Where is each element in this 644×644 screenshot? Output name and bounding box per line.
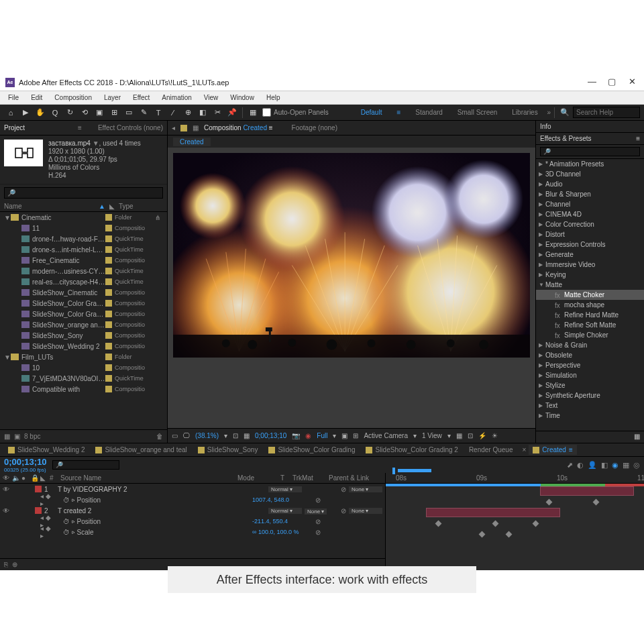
effect-item[interactable]: ▶Channel [536,199,644,209]
project-menu-icon[interactable]: ≡ [78,124,82,131]
effects-panel-title[interactable]: Effects & Presets [540,135,592,142]
effect-item[interactable]: ▶Generate [536,250,644,260]
search-help-input[interactable] [573,107,640,118]
home-icon[interactable]: ⌂ [4,107,17,119]
hand-tool-icon[interactable]: ✋ [34,107,47,119]
project-list[interactable]: ▼CinematicFolder⋔11Compositiodrone-f…hwa… [0,212,167,429]
effect-item[interactable]: ▶Color Correction [536,219,644,229]
channel-icon[interactable]: ◉ [305,432,311,439]
project-item[interactable]: Compatible withCompositio [0,384,167,394]
selection-tool-icon[interactable]: ▶ [19,107,32,119]
trash-icon[interactable]: 🗑 [156,433,163,440]
effect-item[interactable]: ▶Blur & Sharpen [536,189,644,199]
timeline-tab[interactable]: SlideShow_Sony [194,445,262,455]
timeline-tab[interactable]: Created ≡ [529,445,576,455]
project-item[interactable]: drone-f…hway-road-FSZSL3V.movQuickTime [0,233,167,244]
workspace-libraries[interactable]: Libraries [508,107,541,117]
comp-mini-icon[interactable]: ⬈ [567,461,573,470]
timeline-tab[interactable]: SlideShow_orange and teal [91,445,191,455]
search-icon[interactable]: 🔍 [558,107,572,119]
effect-item[interactable]: ▶Synthetic Aperture [536,390,644,400]
toggle-switches-icon[interactable]: ⎘ [4,561,8,568]
layer-bar[interactable] [426,508,560,517]
motion-blur-icon[interactable]: ◉ [612,461,619,470]
text-tool-icon[interactable]: T [152,107,165,119]
workspace-small-screen[interactable]: Small Screen [453,107,501,117]
project-item[interactable]: ▼CinematicFolder⋔ [0,212,167,223]
timeline-layer[interactable]: 👁1T by VIDEOGRAPHY 2Normal ▾⊘None ▾ [0,484,385,494]
project-item[interactable]: SlideShow_SonyCompositio [0,330,167,341]
playhead-icon[interactable] [392,468,395,474]
pan-behind-tool-icon[interactable]: ⊞ [107,107,121,119]
effects-search-input[interactable] [540,147,640,156]
menu-animation[interactable]: Animation [156,93,197,103]
project-item[interactable]: SlideShow_Wedding 2Compositio [0,341,167,352]
effect-item[interactable]: fxSimple Choker [536,330,644,340]
project-item[interactable]: 7_VjEtMDA3NV80aOI84Ng.movQuickTime [0,373,167,384]
rotate-tool-icon[interactable]: ⟲ [78,107,91,119]
timeline-layer[interactable]: ◂ ◆ ▸⏱ ▷ Scale∞ 100.0, 100.0 %⊘ [0,527,385,537]
menu-window[interactable]: Window [225,93,260,103]
layer-icon[interactable]: ▦ [193,124,199,131]
effects-list[interactable]: ▶* Animation Presets▶3D Channel▶Audio▶Bl… [536,159,644,431]
keyframe-icon[interactable] [533,521,539,527]
camera-tool-icon[interactable]: ▣ [93,107,106,119]
region-icon[interactable]: ▣ [341,432,347,439]
project-item[interactable]: SlideShow_CinematicCompositio [0,287,167,298]
shy-icon[interactable]: 👤 [588,461,597,470]
timeline-layer[interactable]: ◂ ◆ ▸⏱ ▷ Position1007.4, 548.0⊘ [0,494,385,505]
layer-bar[interactable] [540,486,634,496]
project-item[interactable]: Free_CinematicCompositio [0,255,167,266]
effect-item[interactable]: ▶Noise & Grain [536,340,644,350]
pixel-icon[interactable]: ⊡ [468,432,473,439]
fast-icon[interactable]: ⚡ [478,432,486,439]
orbit-tool-icon[interactable]: ↻ [63,107,76,119]
keyframe-icon[interactable] [506,531,513,538]
auto-open-checkbox[interactable] [262,108,271,117]
trkmat-col[interactable]: TrkMat [292,474,326,482]
composition-viewport[interactable] [168,148,535,428]
source-name-col[interactable]: Source Name [60,474,235,482]
keyframe-icon[interactable] [492,521,499,527]
effect-item[interactable]: fxmocha shape [536,300,644,310]
minimize-button[interactable]: — [588,78,596,87]
project-item[interactable]: SlideShow_Color GradingCompositio [0,298,167,309]
effect-item[interactable]: ▶Simulation [536,370,644,380]
effect-item[interactable]: fxRefine Hard Matte [536,310,644,320]
effect-item[interactable]: ▶Audio [536,179,644,189]
comp-breadcrumb[interactable]: Created [173,138,211,146]
effect-item[interactable]: ▶Obsolete [536,350,644,360]
resolution-icon[interactable]: ⊡ [233,432,238,439]
keyframe-icon[interactable] [479,531,486,538]
view-dropdown[interactable]: 1 View [422,432,442,439]
timeline-layer[interactable]: ◂ ◆ ▸⏱ ▷ Position-211.4, 550.4⊘ [0,516,385,527]
keyframe-icon[interactable] [593,499,600,506]
menu-view[interactable]: View [199,93,224,103]
project-item[interactable]: SlideShow_orange and tealCompositio [0,319,167,330]
brush-tool-icon[interactable]: ⁄ [166,107,180,119]
project-item[interactable]: 10Compositio [0,362,167,373]
magnify-icon[interactable]: ▭ [172,432,178,439]
camera-dropdown[interactable]: Active Camera [364,432,408,439]
keyframe-icon[interactable] [546,499,553,506]
graph-icon[interactable]: ▦ [623,461,629,470]
toggle2-icon[interactable]: ⊕ [12,561,17,568]
project-item[interactable]: modern-…usiness-CYTWGFA.movQuickTime [0,266,167,276]
monitor-icon[interactable]: 🖵 [183,432,190,439]
clone-tool-icon[interactable]: ⊕ [181,107,195,119]
menu-edit[interactable]: Edit [25,93,48,103]
effect-item[interactable]: ▶Time [536,411,644,421]
grid-icon[interactable]: ⊞ [353,432,358,439]
timeline-tab[interactable]: SlideShow_Color Grading 2 [362,445,462,455]
shape-tool-icon[interactable]: ▭ [122,107,136,119]
close-button[interactable]: ✕ [628,78,636,87]
menu-file[interactable]: File [3,93,24,103]
effect-item[interactable]: ▶Expression Controls [536,239,644,250]
timeline-search-input[interactable] [52,460,119,470]
current-time[interactable]: 0;00;13;10 [255,432,286,439]
menu-effect[interactable]: Effect [127,93,155,103]
puppet-tool-icon[interactable]: 📌 [225,107,239,119]
col-name[interactable]: Name [4,203,99,210]
menu-help[interactable]: Help [261,93,286,103]
tab-effect-controls[interactable]: Effect Controls (none) [98,124,163,131]
